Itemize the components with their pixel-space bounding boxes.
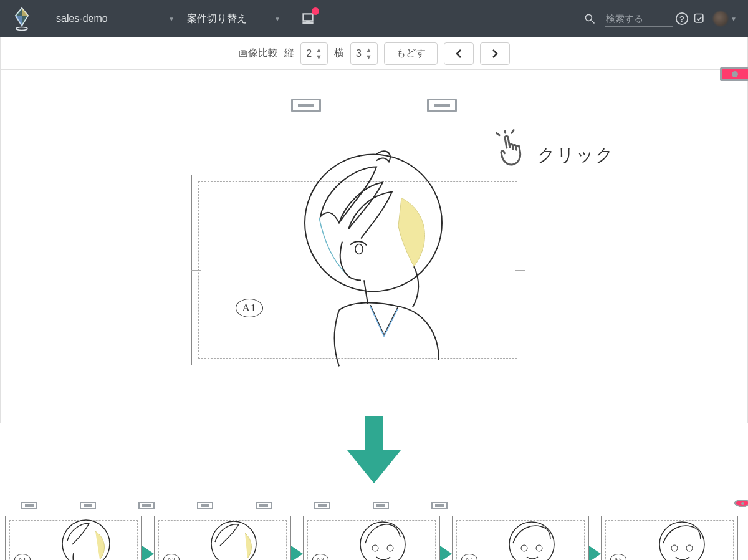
svg-rect-11 — [695, 14, 703, 22]
click-annotation-text: クリック — [537, 130, 615, 167]
frame-marker-bar-icon — [80, 502, 96, 509]
canvas-frame[interactable]: A1 — [191, 175, 524, 365]
svg-line-8 — [592, 21, 595, 24]
frame-marker-bar-icon — [427, 99, 457, 112]
vertical-value: 2 — [306, 48, 312, 59]
svg-marker-18 — [140, 544, 154, 560]
keyframe-sketch — [246, 148, 470, 372]
next-button[interactable] — [480, 42, 510, 65]
task-check-icon[interactable] — [691, 10, 708, 27]
frame-marker-dot-icon — [734, 500, 748, 507]
chevron-down-icon: ▼ — [168, 16, 175, 22]
stepper-carets-icon: ▲▼ — [365, 47, 372, 60]
svg-point-21 — [360, 522, 405, 560]
thumbnail[interactable]: A5 — [601, 516, 738, 560]
compare-toolbar: 画像比較 縦 2 ▲▼ 横 3 ▲▼ もどす — [1, 37, 747, 70]
frame-marker-bar-icon — [373, 502, 389, 509]
vertical-stepper[interactable]: 2 ▲▼ — [300, 42, 328, 65]
frame-marker-bar-icon — [138, 502, 155, 509]
thumbnails-row: A1 A2 — [5, 516, 743, 560]
compare-label: 画像比較 — [238, 47, 278, 60]
svg-point-26 — [521, 545, 527, 551]
frame-marker-bar-icon — [21, 502, 37, 509]
help-icon[interactable]: ? — [673, 10, 691, 27]
horizontal-label: 横 — [334, 47, 344, 60]
svg-point-4 — [16, 27, 27, 31]
chevron-down-icon: ▼ — [274, 16, 280, 22]
frame-markers-row — [1, 70, 747, 112]
svg-point-31 — [686, 545, 693, 551]
svg-point-29 — [659, 522, 704, 560]
svg-point-7 — [585, 14, 592, 21]
thumbnail[interactable]: A1 — [5, 516, 142, 560]
horizontal-stepper[interactable]: 3 ▲▼ — [350, 42, 378, 65]
svg-marker-2 — [22, 8, 28, 16]
svg-marker-28 — [587, 544, 601, 560]
svg-rect-6 — [304, 15, 312, 21]
thumb-markers-row — [5, 502, 743, 509]
undo-label: もどす — [396, 47, 426, 60]
undo-button[interactable]: もどす — [384, 42, 438, 65]
search-icon[interactable] — [581, 10, 598, 27]
canvas-stage: クリック A1 — [1, 70, 747, 423]
svg-marker-24 — [438, 544, 452, 560]
svg-rect-5 — [302, 21, 313, 24]
svg-point-16 — [355, 244, 363, 254]
search-input[interactable] — [605, 11, 673, 27]
svg-point-27 — [536, 545, 542, 551]
svg-marker-3 — [16, 16, 22, 26]
workspace-name: sales-demo — [56, 13, 108, 24]
chevron-left-icon — [455, 49, 463, 58]
sequence-arrow-icon — [140, 544, 154, 560]
sequence-arrow-icon — [289, 544, 303, 560]
main-panel: 画像比較 縦 2 ▲▼ 横 3 ▲▼ もどす — [0, 37, 748, 423]
thumbnail[interactable]: A2 — [154, 516, 291, 560]
vertical-label: 縦 — [284, 47, 294, 60]
thumbnails-panel: A1 A2 — [0, 502, 748, 560]
svg-point-23 — [387, 545, 393, 551]
thumbnail[interactable]: A4 — [452, 516, 589, 560]
frame-marker-dot-icon — [720, 67, 748, 81]
chevron-right-icon — [491, 49, 499, 58]
notification-badge — [312, 7, 319, 15]
svg-point-30 — [671, 545, 678, 551]
thumbnail[interactable]: A3 — [303, 516, 440, 560]
sequence-arrow-icon — [438, 544, 452, 560]
svg-line-12 — [497, 133, 500, 136]
svg-marker-20 — [289, 544, 303, 560]
pointer-hand-icon — [489, 127, 532, 176]
svg-line-14 — [511, 130, 514, 133]
svg-point-22 — [372, 545, 378, 551]
svg-point-25 — [509, 522, 554, 560]
inbox-button[interactable] — [299, 10, 317, 27]
app-header: sales-demo ▼ 案件切り替え ▼ ? ▼ — [0, 0, 748, 37]
svg-line-13 — [505, 130, 506, 133]
app-logo[interactable] — [11, 6, 32, 31]
frame-marker-bar-icon — [256, 502, 272, 509]
frame-marker-bar-icon — [197, 502, 213, 509]
stepper-carets-icon: ▲▼ — [315, 47, 322, 60]
prev-button[interactable] — [444, 42, 474, 65]
horizontal-value: 3 — [356, 48, 362, 59]
project-switcher-label: 案件切り替え — [187, 12, 247, 26]
click-annotation: クリック — [492, 130, 615, 173]
frame-marker-bar-icon — [431, 502, 448, 509]
svg-text:?: ? — [679, 14, 684, 24]
user-menu-caret-icon[interactable]: ▼ — [731, 16, 737, 22]
flow-arrow-icon — [0, 416, 748, 485]
user-avatar[interactable] — [713, 11, 728, 26]
frame-marker-bar-icon — [291, 99, 321, 112]
sequence-arrow-icon — [587, 544, 601, 560]
project-switcher-dropdown[interactable]: 案件切り替え ▼ — [181, 8, 287, 29]
frame-marker-bar-icon — [314, 502, 330, 509]
workspace-dropdown[interactable]: sales-demo ▼ — [50, 8, 181, 29]
